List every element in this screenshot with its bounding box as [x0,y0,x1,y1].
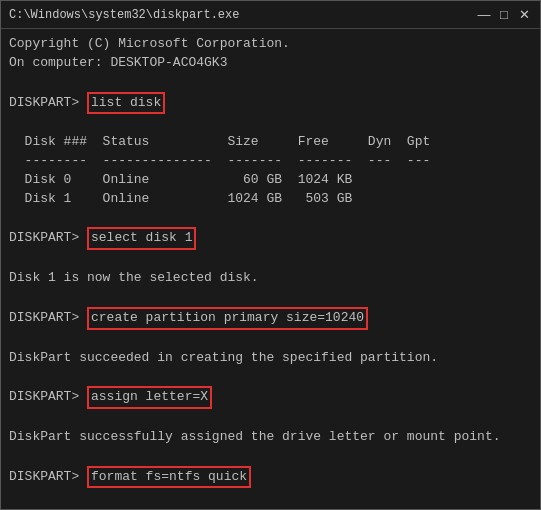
output-line: On computer: DESKTOP-ACO4GK3 [9,54,532,73]
output-line: DiskPart succeeded in creating the speci… [9,349,532,368]
prompt: DISKPART> [9,469,87,484]
blank-line [9,114,532,133]
prompt: DISKPART> [9,310,87,325]
terminal-body[interactable]: Copyright (C) Microsoft Corporation.On c… [1,29,540,509]
command-text: select disk 1 [87,227,196,250]
output-line: DiskPart successfully assigned the drive… [9,428,532,447]
blank-line [9,488,532,507]
close-button[interactable]: ✕ [516,7,532,23]
blank-line [9,330,532,349]
blank-line [9,447,532,466]
command-line: DISKPART> assign letter=X [9,386,532,409]
output-line: -------- -------------- ------- ------- … [9,152,532,171]
output-line: 100 percent completed [9,507,532,509]
command-text: format fs=ntfs quick [87,466,251,489]
blank-line [9,73,532,92]
minimize-button[interactable]: — [476,7,492,23]
command-line: DISKPART> select disk 1 [9,227,532,250]
prompt: DISKPART> [9,95,87,110]
prompt: DISKPART> [9,230,87,245]
blank-line [9,209,532,228]
blank-line [9,409,532,428]
window-title: C:\Windows\system32\diskpart.exe [9,8,239,22]
command-line: DISKPART> create partition primary size=… [9,307,532,330]
command-text: list disk [87,92,165,115]
title-bar: C:\Windows\system32\diskpart.exe — □ ✕ [1,1,540,29]
command-line: DISKPART> list disk [9,92,532,115]
blank-line [9,367,532,386]
maximize-button[interactable]: □ [496,7,512,23]
terminal-window: C:\Windows\system32\diskpart.exe — □ ✕ C… [0,0,541,510]
command-text: create partition primary size=10240 [87,307,368,330]
output-line: Disk 1 Online 1024 GB 503 GB [9,190,532,209]
output-line: Copyright (C) Microsoft Corporation. [9,35,532,54]
blank-line [9,288,532,307]
command-line: DISKPART> format fs=ntfs quick [9,466,532,489]
output-line: Disk ### Status Size Free Dyn Gpt [9,133,532,152]
blank-line [9,250,532,269]
output-line: Disk 0 Online 60 GB 1024 KB [9,171,532,190]
output-line: Disk 1 is now the selected disk. [9,269,532,288]
window-controls: — □ ✕ [476,7,532,23]
command-text: assign letter=X [87,386,212,409]
prompt: DISKPART> [9,389,87,404]
